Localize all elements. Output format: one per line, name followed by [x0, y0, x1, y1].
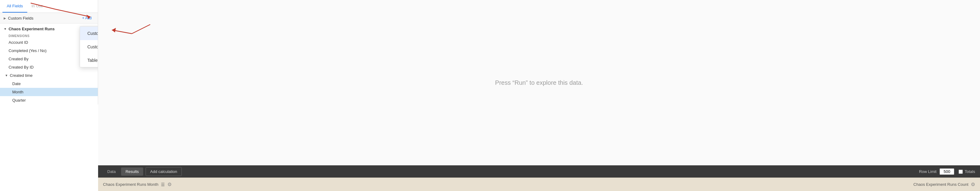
subfield-date[interactable]: Date	[0, 80, 98, 88]
subfield-month[interactable]: Month	[0, 88, 98, 96]
group-label: Chaos Experiment Runs	[9, 27, 54, 31]
table-header-row: Chaos Experiment Runs Month ☰ ⚙ Chaos Ex…	[98, 178, 980, 191]
custom-fields-dropdown: Custom Dimension Custom Measure Table Ca…	[80, 26, 98, 67]
tab-data[interactable]: Data	[103, 167, 120, 176]
row-limit-label: Row Limit	[919, 169, 937, 174]
dropdown-item-table-calculation[interactable]: Table Calculation	[80, 54, 98, 67]
subgroup-label: Created time	[10, 73, 32, 78]
left-cell-text: Chaos Experiment Runs Month	[103, 182, 159, 187]
totals-label: Totals	[959, 169, 975, 174]
tab-all-fields[interactable]: All Fields	[2, 0, 27, 13]
custom-fields-row[interactable]: ▶ Custom Fields + Add	[0, 13, 98, 24]
left-gear-icon[interactable]: ⚙	[167, 182, 172, 187]
tab-in-use[interactable]: In Use	[27, 0, 48, 13]
right-panel: Press “Run” to explore this data. Data R…	[98, 0, 980, 191]
row-limit-input[interactable]	[940, 168, 954, 175]
right-gear-icon[interactable]: ⚙	[971, 182, 975, 187]
bottom-bar: Data Results Add calculation Row Limit T…	[98, 165, 980, 178]
sidebar-tabs: All Fields In Use	[0, 0, 98, 13]
custom-fields-label: Custom Fields	[8, 16, 33, 21]
chevron-right-icon: ▶	[4, 17, 6, 20]
add-button[interactable]: + Add	[80, 15, 94, 21]
main-content: Press “Run” to explore this data.	[98, 0, 980, 165]
table-header-right: Chaos Experiment Runs Count ⚙	[539, 182, 980, 187]
dropdown-item-custom-dimension[interactable]: Custom Dimension	[80, 27, 98, 40]
filter-icon[interactable]: ☰	[161, 182, 165, 187]
dropdown-item-custom-measure[interactable]: Custom Measure	[80, 40, 98, 54]
custom-fields-section: ▶ Custom Fields + Add Custom Dimension C…	[0, 13, 98, 24]
subfield-quarter[interactable]: Quarter	[0, 96, 98, 104]
table-header-left: Chaos Experiment Runs Month ☰ ⚙	[98, 182, 539, 187]
subgroup-created-time[interactable]: ▼ Created time	[0, 71, 98, 80]
right-cell-text: Chaos Experiment Runs Count	[913, 182, 968, 187]
group-chevron-icon: ▼	[4, 27, 7, 31]
press-run-text: Press “Run” to explore this data.	[495, 79, 583, 86]
subgroup-chevron-icon: ▼	[5, 74, 8, 77]
totals-checkbox[interactable]	[959, 170, 963, 174]
custom-fields-left: ▶ Custom Fields	[4, 16, 33, 21]
tab-results[interactable]: Results	[121, 167, 143, 176]
add-calculation-button[interactable]: Add calculation	[146, 167, 182, 176]
